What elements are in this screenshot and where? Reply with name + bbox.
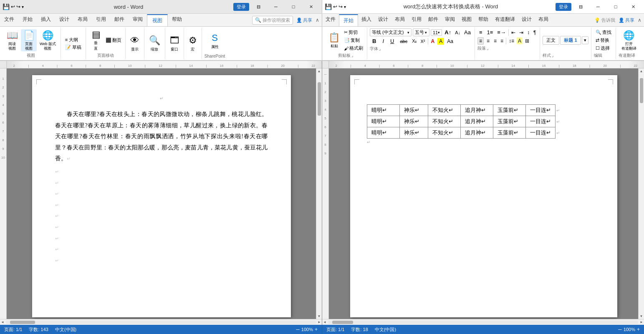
para-expand-icon[interactable]: ⌟ — [487, 46, 488, 51]
right-tab-view[interactable]: 视图 — [458, 14, 475, 26]
font-expand-icon[interactable]: ⌟ — [379, 47, 381, 51]
left-tab-home[interactable]: 开始 — [18, 14, 37, 26]
align-center-btn[interactable]: ≡ — [485, 37, 491, 45]
indent-increase-btn[interactable]: ⇥ — [518, 29, 525, 36]
font-decrease-btn[interactable]: A↓ — [454, 30, 462, 35]
left-doc-text[interactable]: 春天在哪里?春天在枝头上：春天的风微微吹动，柳条儿跳舞，桃花儿脸红。春天在哪里?… — [55, 109, 268, 266]
youdao-open-btn[interactable]: 🌐 打开有道翻译 — [619, 29, 639, 52]
left-zoom-out-btn[interactable]: ─ — [296, 326, 300, 332]
draft-btn[interactable]: 📝 草稿 — [63, 44, 83, 51]
right-undo-icon[interactable]: ↩ — [333, 4, 337, 10]
line-spacing-btn[interactable]: ↕≡ — [508, 38, 515, 44]
right-redo-icon[interactable]: ↪ — [338, 4, 343, 10]
shading-btn[interactable]: A — [517, 38, 523, 44]
align-left-btn[interactable]: ≡ — [477, 37, 484, 45]
right-vscrollbar[interactable]: ▲ ▼ — [638, 68, 644, 319]
read-view-btn[interactable]: 📖 阅读视图 — [4, 29, 20, 52]
find-btn[interactable]: 🔍 查找 — [594, 29, 613, 36]
bullet-list-btn[interactable]: ≡ — [477, 28, 484, 36]
right-tab-references[interactable]: 引用 — [408, 14, 425, 26]
right-hscrollbar[interactable]: ◄ ► — [322, 319, 644, 325]
paste-btn[interactable]: 📋 粘贴 — [326, 31, 342, 50]
underline-btn[interactable]: U — [388, 37, 397, 45]
macro-btn[interactable]: ⚙ 宏 — [187, 34, 199, 53]
subscript-btn[interactable]: X₂ — [411, 38, 418, 44]
styles-more-btn[interactable]: ▾ — [582, 36, 588, 44]
right-tab-home[interactable]: 开始 — [339, 14, 358, 26]
strikethrough-btn[interactable]: abc — [398, 38, 409, 45]
left-tab-help[interactable]: 帮助 — [168, 14, 186, 26]
right-win-close[interactable]: ✕ — [625, 1, 641, 12]
style-normal[interactable]: 正文 — [543, 36, 559, 45]
vertical-btn[interactable]: ▤ 垂直 — [88, 28, 104, 52]
justify-btn[interactable]: ≡ — [499, 38, 505, 44]
zoom-btn[interactable]: 🔍 缩放 — [147, 34, 162, 53]
clipboard-expand-icon[interactable]: ⌟ — [351, 53, 353, 58]
style-heading1[interactable]: 标题 1 — [560, 36, 581, 45]
bold-btn[interactable]: B — [370, 37, 379, 45]
attr-btn[interactable]: S 属性 — [209, 32, 221, 51]
font-size-num-selector[interactable]: 11 ▾ — [431, 29, 442, 36]
left-tab-references[interactable]: 引用 — [92, 14, 110, 26]
outline-btn[interactable]: ≡ 大纲 — [63, 36, 83, 43]
redo-icon[interactable]: ↪ — [16, 4, 20, 10]
right-win-minimize[interactable]: ─ — [590, 1, 606, 12]
right-tab-layout[interactable]: 布局 — [391, 14, 408, 26]
right-win-maximize[interactable]: □ — [607, 1, 624, 12]
left-hscroll-thumb[interactable] — [10, 321, 35, 324]
save-icon[interactable]: 💾 — [3, 3, 10, 10]
italic-btn[interactable]: I — [380, 37, 386, 45]
right-vscroll-thumb[interactable] — [640, 78, 643, 103]
superscript-btn[interactable]: X² — [419, 38, 427, 44]
page-view-btn[interactable]: 📄 页面视图 — [21, 29, 37, 52]
cut-btn[interactable]: ✂ 剪切 — [343, 29, 364, 36]
left-win-maximize[interactable]: □ — [285, 1, 302, 12]
right-tab-youdao[interactable]: 有道翻译 — [492, 14, 518, 26]
left-login-btn[interactable]: 登录 — [233, 3, 249, 11]
left-win-close[interactable]: ✕ — [303, 1, 319, 12]
font-family-selector[interactable]: 等线 (中文正文) ▾ — [370, 28, 412, 36]
right-hscroll-thumb[interactable] — [332, 321, 353, 324]
right-win-restore[interactable]: ⊟ — [572, 1, 589, 12]
copy-btn[interactable]: 📑 复制 — [343, 37, 364, 44]
left-vscroll-thumb[interactable] — [318, 82, 321, 116]
web-view-btn[interactable]: 🌐 Web 版式视图 — [38, 29, 58, 52]
clear-format-btn[interactable]: Aa — [463, 29, 472, 36]
right-tab-layout2[interactable]: 布局 — [535, 14, 552, 26]
left-tab-file[interactable]: 文件 — [0, 14, 18, 26]
right-collapse-ribbon[interactable]: ∧ — [638, 17, 641, 23]
window-btn[interactable]: 🗔 窗口 — [168, 34, 181, 53]
right-share-btn[interactable]: 👤 共享 — [619, 17, 634, 23]
left-tab-review[interactable]: 审阅 — [129, 14, 147, 26]
font-size-selector[interactable]: 五号 ▾ — [413, 28, 429, 36]
right-doc-scroll[interactable]: 晴明↵ 神乐↵ 不知火↵ 追月神↵ 玉藻前↵ 一目连↵ ↵ 晴明↵ 神乐↵ — [329, 68, 638, 319]
replace-btn[interactable]: ⇄ 替换 — [594, 37, 613, 44]
number-list-btn[interactable]: 1≡ — [485, 28, 495, 36]
show-btn[interactable]: 👁 显示 — [128, 34, 141, 53]
left-doc-scroll[interactable]: ↵ 春天在哪里?春天在枝头上：春天的风微微吹动，柳条儿跳舞，桃花儿脸红。春天在哪… — [7, 68, 316, 319]
styles-expand-icon[interactable]: ⌟ — [552, 53, 553, 58]
left-tab-design[interactable]: 设计 — [55, 14, 73, 26]
right-login-btn[interactable]: 登录 — [556, 3, 571, 11]
left-share-btn[interactable]: 👤 共享 — [296, 17, 312, 23]
undo-icon[interactable]: ↩ — [11, 4, 15, 10]
indent-decrease-btn[interactable]: ⇤ — [510, 29, 517, 36]
left-hscrollbar[interactable]: ◄ ► — [0, 319, 322, 325]
left-win-minimize[interactable]: ─ — [268, 1, 284, 12]
multilevel-list-btn[interactable]: ≡→ — [496, 29, 507, 36]
border-btn[interactable]: ⊞ — [524, 38, 530, 44]
select-btn[interactable]: ☐ 选择 — [594, 45, 613, 52]
left-search-area[interactable]: 🔍 操作说明搜索 — [252, 16, 293, 25]
left-tab-view[interactable]: 视图 — [147, 14, 168, 26]
right-tab-mailings[interactable]: 邮件 — [425, 14, 442, 26]
right-tab-insert[interactable]: 插入 — [358, 14, 375, 26]
right-tellme-area[interactable]: 💡 告诉我 — [594, 17, 615, 23]
right-zoom-in-btn[interactable]: + — [637, 326, 640, 332]
right-save-icon[interactable]: 💾 — [325, 3, 332, 10]
show-marks-btn[interactable]: ¶ — [532, 29, 537, 36]
left-tab-mailings[interactable]: 邮件 — [110, 14, 129, 26]
left-tab-layout[interactable]: 布局 — [73, 14, 92, 26]
left-tab-insert[interactable]: 插入 — [37, 14, 55, 26]
highlight-btn[interactable]: A — [437, 38, 444, 45]
left-win-restore[interactable]: ⊟ — [250, 1, 267, 12]
